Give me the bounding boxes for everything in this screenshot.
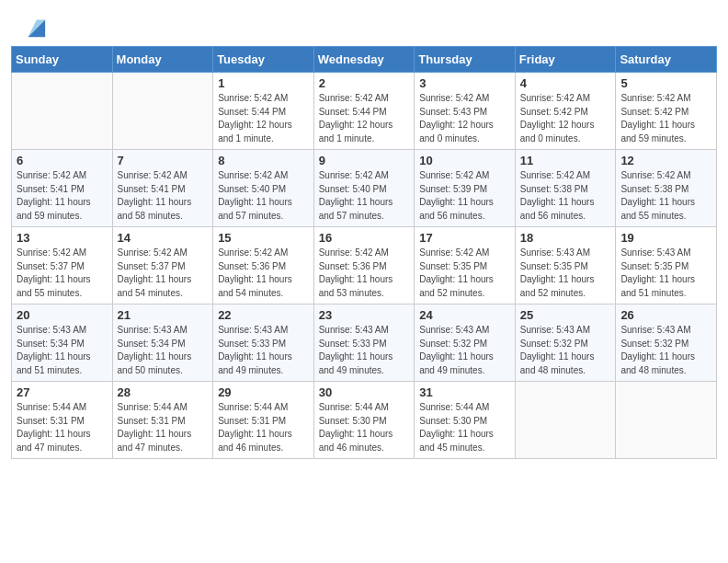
day-cell xyxy=(112,73,213,150)
day-number: 9 xyxy=(319,154,410,167)
day-info: Sunrise: 5:42 AMSunset: 5:42 PMDaylight:… xyxy=(520,92,611,145)
day-info: Sunrise: 5:42 AMSunset: 5:38 PMDaylight:… xyxy=(520,169,611,223)
day-number: 27 xyxy=(17,385,108,399)
week-row-2: 6Sunrise: 5:42 AMSunset: 5:41 PMDaylight… xyxy=(12,150,717,227)
calendar-body: 1Sunrise: 5:42 AMSunset: 5:44 PMDaylight… xyxy=(12,73,717,459)
day-info: Sunrise: 5:44 AMSunset: 5:31 PMDaylight:… xyxy=(118,401,209,454)
day-number: 23 xyxy=(319,308,410,322)
day-number: 22 xyxy=(218,308,309,322)
day-number: 4 xyxy=(520,76,611,90)
week-row-5: 27Sunrise: 5:44 AMSunset: 5:31 PMDayligh… xyxy=(12,382,717,459)
day-cell: 27Sunrise: 5:44 AMSunset: 5:31 PMDayligh… xyxy=(12,382,113,459)
day-info: Sunrise: 5:42 AMSunset: 5:42 PMDaylight:… xyxy=(620,92,711,145)
day-number: 2 xyxy=(319,76,410,90)
week-row-3: 13Sunrise: 5:42 AMSunset: 5:37 PMDayligh… xyxy=(12,227,717,304)
day-info: Sunrise: 5:42 AMSunset: 5:40 PMDaylight:… xyxy=(319,169,410,223)
day-info: Sunrise: 5:43 AMSunset: 5:32 PMDaylight:… xyxy=(419,324,510,377)
day-number: 15 xyxy=(218,231,309,245)
day-cell: 26Sunrise: 5:43 AMSunset: 5:32 PMDayligh… xyxy=(616,304,717,382)
day-header-tuesday: Tuesday xyxy=(213,47,314,73)
day-cell: 16Sunrise: 5:42 AMSunset: 5:36 PMDayligh… xyxy=(313,227,415,304)
day-cell: 25Sunrise: 5:43 AMSunset: 5:32 PMDayligh… xyxy=(515,304,616,382)
calendar-header: SundayMondayTuesdayWednesdayThursdayFrid… xyxy=(12,47,717,73)
page-header xyxy=(0,0,728,46)
logo xyxy=(18,13,47,39)
day-cell xyxy=(515,382,616,459)
day-info: Sunrise: 5:44 AMSunset: 5:30 PMDaylight:… xyxy=(419,401,510,454)
day-cell: 13Sunrise: 5:42 AMSunset: 5:37 PMDayligh… xyxy=(12,227,113,304)
day-number: 16 xyxy=(319,231,410,245)
day-info: Sunrise: 5:42 AMSunset: 5:37 PMDaylight:… xyxy=(118,247,209,300)
day-number: 1 xyxy=(218,76,309,90)
day-info: Sunrise: 5:42 AMSunset: 5:37 PMDaylight:… xyxy=(17,247,108,300)
day-info: Sunrise: 5:43 AMSunset: 5:33 PMDaylight:… xyxy=(218,324,309,377)
day-cell: 5Sunrise: 5:42 AMSunset: 5:42 PMDaylight… xyxy=(616,73,717,150)
day-number: 21 xyxy=(118,308,209,322)
day-info: Sunrise: 5:42 AMSunset: 5:36 PMDaylight:… xyxy=(218,247,309,300)
day-info: Sunrise: 5:42 AMSunset: 5:44 PMDaylight:… xyxy=(319,92,410,145)
day-info: Sunrise: 5:42 AMSunset: 5:41 PMDaylight:… xyxy=(118,169,209,223)
day-header-monday: Monday xyxy=(112,47,213,73)
day-number: 3 xyxy=(419,76,510,90)
day-info: Sunrise: 5:43 AMSunset: 5:35 PMDaylight:… xyxy=(520,247,611,300)
day-number: 30 xyxy=(319,385,410,399)
day-number: 29 xyxy=(218,385,309,399)
day-number: 31 xyxy=(419,385,510,399)
day-number: 7 xyxy=(118,154,209,167)
day-cell: 3Sunrise: 5:42 AMSunset: 5:43 PMDaylight… xyxy=(415,73,516,150)
day-cell: 12Sunrise: 5:42 AMSunset: 5:38 PMDayligh… xyxy=(616,150,717,227)
day-info: Sunrise: 5:43 AMSunset: 5:33 PMDaylight:… xyxy=(319,324,410,377)
day-number: 8 xyxy=(218,154,309,167)
day-cell: 11Sunrise: 5:42 AMSunset: 5:38 PMDayligh… xyxy=(515,150,616,227)
day-number: 24 xyxy=(419,308,510,322)
day-info: Sunrise: 5:44 AMSunset: 5:31 PMDaylight:… xyxy=(17,401,108,454)
week-row-1: 1Sunrise: 5:42 AMSunset: 5:44 PMDaylight… xyxy=(12,73,717,150)
day-number: 13 xyxy=(17,231,108,245)
day-cell xyxy=(12,73,113,150)
day-cell: 28Sunrise: 5:44 AMSunset: 5:31 PMDayligh… xyxy=(112,382,213,459)
day-cell: 6Sunrise: 5:42 AMSunset: 5:41 PMDaylight… xyxy=(12,150,113,227)
day-cell: 2Sunrise: 5:42 AMSunset: 5:44 PMDaylight… xyxy=(313,73,415,150)
day-cell: 22Sunrise: 5:43 AMSunset: 5:33 PMDayligh… xyxy=(213,304,314,382)
day-cell: 10Sunrise: 5:42 AMSunset: 5:39 PMDayligh… xyxy=(415,150,516,227)
day-number: 11 xyxy=(520,154,611,167)
day-cell: 20Sunrise: 5:43 AMSunset: 5:34 PMDayligh… xyxy=(12,304,113,382)
day-header-friday: Friday xyxy=(515,47,616,73)
day-cell: 14Sunrise: 5:42 AMSunset: 5:37 PMDayligh… xyxy=(112,227,213,304)
day-number: 14 xyxy=(118,231,209,245)
day-cell xyxy=(616,382,717,459)
day-cell: 8Sunrise: 5:42 AMSunset: 5:40 PMDaylight… xyxy=(213,150,314,227)
day-cell: 29Sunrise: 5:44 AMSunset: 5:31 PMDayligh… xyxy=(213,382,314,459)
day-number: 20 xyxy=(17,308,108,322)
day-number: 6 xyxy=(17,154,108,167)
day-cell: 17Sunrise: 5:42 AMSunset: 5:35 PMDayligh… xyxy=(415,227,516,304)
day-cell: 31Sunrise: 5:44 AMSunset: 5:30 PMDayligh… xyxy=(415,382,516,459)
day-info: Sunrise: 5:42 AMSunset: 5:39 PMDaylight:… xyxy=(419,169,510,223)
day-cell: 9Sunrise: 5:42 AMSunset: 5:40 PMDaylight… xyxy=(313,150,415,227)
day-info: Sunrise: 5:42 AMSunset: 5:43 PMDaylight:… xyxy=(419,92,510,145)
calendar-table: SundayMondayTuesdayWednesdayThursdayFrid… xyxy=(11,46,717,459)
day-info: Sunrise: 5:43 AMSunset: 5:34 PMDaylight:… xyxy=(17,324,108,377)
day-number: 12 xyxy=(620,154,711,167)
day-number: 17 xyxy=(419,231,510,245)
day-number: 18 xyxy=(520,231,611,245)
day-cell: 15Sunrise: 5:42 AMSunset: 5:36 PMDayligh… xyxy=(213,227,314,304)
logo-icon xyxy=(21,13,47,39)
day-cell: 18Sunrise: 5:43 AMSunset: 5:35 PMDayligh… xyxy=(515,227,616,304)
day-header-saturday: Saturday xyxy=(616,47,717,73)
week-row-4: 20Sunrise: 5:43 AMSunset: 5:34 PMDayligh… xyxy=(12,304,717,382)
day-info: Sunrise: 5:42 AMSunset: 5:35 PMDaylight:… xyxy=(419,247,510,300)
day-cell: 23Sunrise: 5:43 AMSunset: 5:33 PMDayligh… xyxy=(313,304,415,382)
day-cell: 21Sunrise: 5:43 AMSunset: 5:34 PMDayligh… xyxy=(112,304,213,382)
day-info: Sunrise: 5:42 AMSunset: 5:36 PMDaylight:… xyxy=(319,247,410,300)
calendar-wrapper: SundayMondayTuesdayWednesdayThursdayFrid… xyxy=(0,46,728,470)
day-cell: 1Sunrise: 5:42 AMSunset: 5:44 PMDaylight… xyxy=(213,73,314,150)
day-number: 25 xyxy=(520,308,611,322)
day-info: Sunrise: 5:43 AMSunset: 5:34 PMDaylight:… xyxy=(118,324,209,377)
day-number: 28 xyxy=(118,385,209,399)
day-cell: 7Sunrise: 5:42 AMSunset: 5:41 PMDaylight… xyxy=(112,150,213,227)
day-cell: 4Sunrise: 5:42 AMSunset: 5:42 PMDaylight… xyxy=(515,73,616,150)
day-number: 26 xyxy=(620,308,711,322)
day-info: Sunrise: 5:43 AMSunset: 5:35 PMDaylight:… xyxy=(620,247,711,300)
day-cell: 19Sunrise: 5:43 AMSunset: 5:35 PMDayligh… xyxy=(616,227,717,304)
